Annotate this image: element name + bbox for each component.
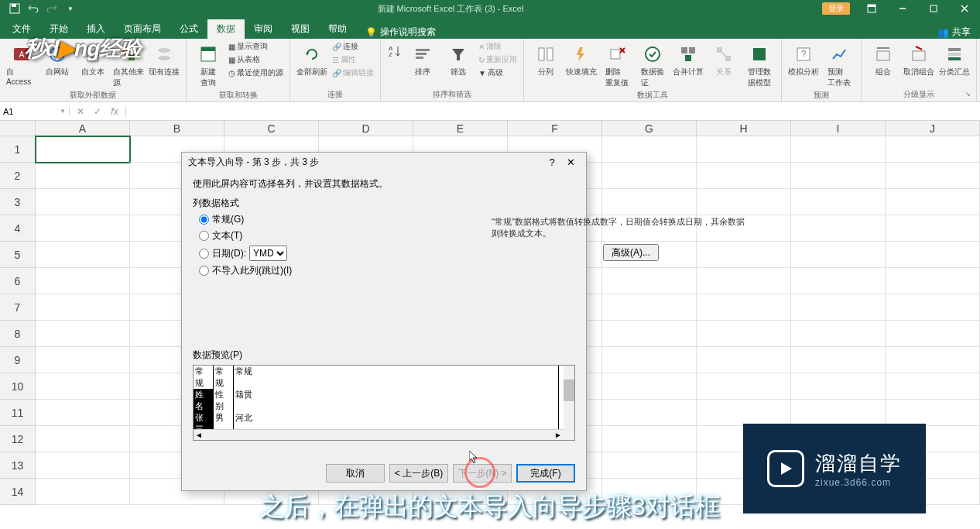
name-box[interactable]: ▼ bbox=[0, 107, 70, 116]
cell[interactable] bbox=[697, 321, 791, 347]
cell[interactable] bbox=[791, 426, 886, 452]
cell[interactable] bbox=[602, 426, 697, 452]
cell[interactable] bbox=[36, 268, 130, 294]
from-other-button[interactable]: 自其他来源 bbox=[111, 40, 146, 90]
ungroup-button[interactable]: 取消组合 bbox=[902, 40, 936, 79]
row-header[interactable]: 11 bbox=[0, 400, 36, 426]
sort-az-button[interactable]: AZ bbox=[385, 40, 404, 62]
cell[interactable] bbox=[602, 268, 697, 294]
scrollbar-thumb[interactable] bbox=[564, 380, 574, 401]
cell[interactable] bbox=[886, 163, 980, 189]
group-button[interactable]: 组合 bbox=[866, 40, 900, 79]
cell[interactable] bbox=[602, 400, 697, 426]
col-header[interactable]: C bbox=[224, 121, 319, 136]
connections-button[interactable]: 🔗连接 bbox=[331, 40, 375, 53]
cell[interactable] bbox=[886, 479, 980, 505]
minimize-icon[interactable] bbox=[887, 0, 918, 17]
scroll-left-icon[interactable]: ◄ bbox=[195, 431, 203, 439]
cell[interactable] bbox=[36, 426, 130, 452]
ribbon-display-icon[interactable] bbox=[856, 0, 887, 17]
data-model-button[interactable]: 管理数 据模型 bbox=[742, 40, 776, 90]
login-button[interactable]: 登录 bbox=[822, 2, 850, 15]
row-header[interactable]: 10 bbox=[0, 373, 36, 400]
cell[interactable] bbox=[697, 426, 791, 452]
row-header[interactable]: 4 bbox=[0, 215, 36, 242]
cell[interactable] bbox=[36, 321, 130, 347]
from-table-button[interactable]: ▦从表格 bbox=[227, 53, 285, 66]
cell[interactable] bbox=[791, 452, 886, 479]
cell[interactable] bbox=[602, 136, 697, 163]
cell[interactable] bbox=[791, 400, 886, 426]
cell[interactable] bbox=[602, 452, 697, 479]
cell[interactable] bbox=[36, 242, 130, 268]
col-header[interactable]: E bbox=[413, 121, 508, 136]
radio-date[interactable]: 日期(D): YMD bbox=[199, 246, 575, 261]
existing-conn-button[interactable]: 现有连接 bbox=[147, 40, 181, 79]
cell[interactable] bbox=[791, 215, 886, 242]
cell[interactable] bbox=[886, 268, 980, 294]
subtotal-button[interactable]: 分类汇总 bbox=[937, 40, 971, 79]
reapply-button[interactable]: ↻重新应用 bbox=[477, 53, 519, 66]
col-header[interactable]: F bbox=[508, 121, 602, 136]
forecast-button[interactable]: 预测 工作表 bbox=[822, 40, 856, 90]
maximize-icon[interactable] bbox=[918, 0, 949, 17]
cell[interactable] bbox=[602, 373, 697, 400]
new-query-button[interactable]: 新建 查询 bbox=[191, 40, 225, 90]
data-validation-button[interactable]: 数据验 证 bbox=[636, 40, 670, 90]
cell[interactable] bbox=[886, 373, 980, 400]
cell[interactable] bbox=[697, 294, 791, 321]
cell[interactable] bbox=[602, 189, 697, 215]
undo-icon[interactable] bbox=[25, 0, 42, 17]
tab-view[interactable]: 视图 bbox=[282, 19, 319, 39]
radio-skip[interactable]: 不导入此列(跳过)(I) bbox=[199, 264, 575, 277]
text-to-columns-button[interactable]: 分列 bbox=[529, 40, 563, 79]
cell[interactable] bbox=[886, 426, 980, 452]
cell[interactable] bbox=[36, 373, 130, 400]
col-header[interactable]: A bbox=[36, 121, 130, 136]
row-header[interactable]: 1 bbox=[0, 136, 36, 163]
row-header[interactable]: 13 bbox=[0, 452, 36, 479]
preview-vscrollbar[interactable] bbox=[564, 366, 574, 440]
col-header[interactable]: J bbox=[886, 121, 980, 136]
row-header[interactable]: 12 bbox=[0, 426, 36, 452]
row-header[interactable]: 3 bbox=[0, 189, 36, 215]
cell[interactable] bbox=[602, 479, 697, 505]
preview-row[interactable]: 姓名性别籍贯 bbox=[194, 389, 574, 412]
advanced-filter-button[interactable]: ▼高级 bbox=[477, 67, 519, 79]
cell[interactable] bbox=[886, 242, 980, 268]
tab-data[interactable]: 数据 bbox=[207, 19, 245, 39]
from-access-button[interactable]: A自 Access bbox=[5, 40, 39, 88]
cell[interactable] bbox=[697, 189, 791, 215]
cell[interactable] bbox=[602, 321, 697, 347]
cell[interactable] bbox=[697, 163, 791, 189]
row-header[interactable]: 8 bbox=[0, 321, 36, 347]
relationships-button[interactable]: 关系 bbox=[707, 40, 741, 79]
col-header[interactable]: H bbox=[697, 121, 791, 136]
fx-icon[interactable]: fx bbox=[107, 106, 122, 117]
refresh-all-button[interactable]: 全部刷新 bbox=[295, 40, 329, 79]
enter-formula-icon[interactable]: ✓ bbox=[90, 106, 105, 117]
cancel-button[interactable]: 取消 bbox=[326, 464, 385, 483]
cell[interactable] bbox=[697, 136, 791, 163]
qat-dropdown-icon[interactable]: ▼ bbox=[62, 0, 79, 17]
cell[interactable] bbox=[791, 242, 886, 268]
cell[interactable] bbox=[36, 136, 130, 163]
cell[interactable] bbox=[886, 400, 980, 426]
close-icon[interactable] bbox=[949, 0, 980, 17]
col-header[interactable]: D bbox=[319, 121, 413, 136]
edit-links-button[interactable]: 🔗编辑链接 bbox=[331, 67, 375, 79]
cell[interactable] bbox=[886, 347, 980, 373]
row-header[interactable]: 5 bbox=[0, 242, 36, 268]
tab-file[interactable]: 文件 bbox=[3, 19, 40, 39]
cell[interactable] bbox=[886, 321, 980, 347]
cell[interactable] bbox=[697, 242, 791, 268]
finish-button[interactable]: 完成(F) bbox=[516, 464, 575, 483]
cell[interactable] bbox=[602, 294, 697, 321]
data-preview[interactable]: 常规 常规 常规 姓名性别籍贯张三男河北李四男河南张媛女北京赵彤女山东 ◄► bbox=[193, 365, 575, 441]
dialog-launcher-icon[interactable]: ↘ bbox=[965, 91, 975, 100]
col-header[interactable]: I bbox=[791, 121, 886, 136]
tab-home[interactable]: 开始 bbox=[40, 19, 77, 39]
from-web-button[interactable]: 自网站 bbox=[40, 40, 74, 79]
save-icon[interactable] bbox=[6, 0, 23, 17]
row-header[interactable]: 7 bbox=[0, 294, 36, 321]
